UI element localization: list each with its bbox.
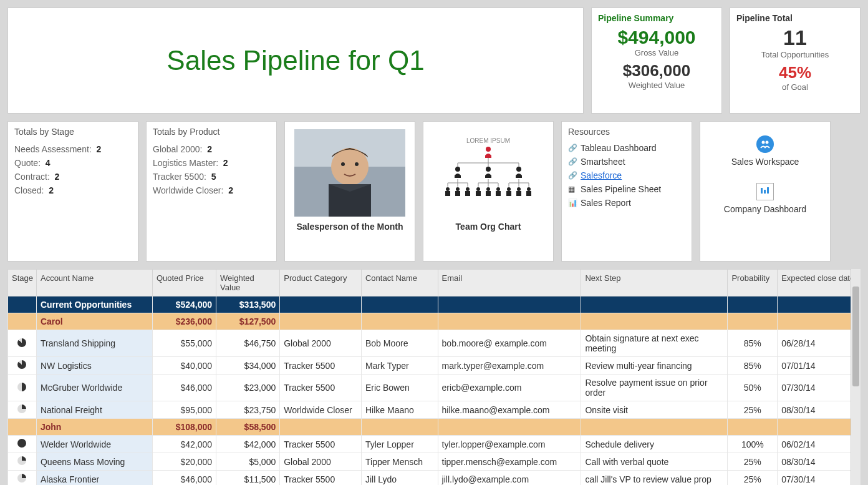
expected-close-date[interactable]: 08/30/14 xyxy=(778,453,861,471)
email[interactable]: bob.moore@ example.com xyxy=(438,330,581,357)
opportunities-table[interactable]: StageAccount NameQuoted PriceWeighted Va… xyxy=(7,269,861,485)
table-row[interactable]: National Freight$95,000$23,750Worldwide … xyxy=(8,401,861,419)
group-row[interactable]: Carol$236,000$127,500 xyxy=(8,313,861,330)
column-header[interactable]: Stage xyxy=(8,270,37,296)
resource-link[interactable]: 🔗Smartsheet xyxy=(568,157,685,167)
product-category[interactable]: Tracker 5500 xyxy=(280,357,362,375)
stage-cell[interactable] xyxy=(8,330,37,357)
group-weighted[interactable]: $127,500 xyxy=(216,313,280,330)
group-weighted[interactable]: $58,500 xyxy=(216,419,280,436)
weighted-value[interactable]: $46,750 xyxy=(216,330,280,357)
contact-name[interactable]: Mark Typer xyxy=(361,357,438,375)
cell[interactable] xyxy=(361,313,438,330)
resource-link[interactable]: 📊Sales Report xyxy=(568,198,685,208)
account-name[interactable]: Queens Mass Moving xyxy=(36,453,152,471)
cell[interactable] xyxy=(8,296,37,313)
column-header[interactable]: Next Step xyxy=(581,270,728,296)
column-header[interactable]: Quoted Price xyxy=(152,270,216,296)
product-category[interactable]: Worldwide Closer xyxy=(280,401,362,419)
next-step[interactable]: call Jill's VP to review value prop xyxy=(581,471,728,486)
probability[interactable]: 85% xyxy=(728,330,778,357)
summary-weighted[interactable]: $313,500 xyxy=(216,296,280,313)
account-name[interactable]: NW Logistics xyxy=(36,357,152,375)
product-category[interactable]: Global 2000 xyxy=(280,453,362,471)
column-header[interactable]: Expected close date xyxy=(778,270,861,296)
weighted-value[interactable]: $42,000 xyxy=(216,436,280,453)
table-row[interactable]: Alaska Frontier$46,000$11,500Tracker 550… xyxy=(8,471,861,486)
cell[interactable] xyxy=(8,313,37,330)
probability[interactable]: 50% xyxy=(728,375,778,401)
group-quoted[interactable]: $236,000 xyxy=(152,313,216,330)
expected-close-date[interactable]: 07/01/14 xyxy=(778,357,861,375)
email[interactable]: jill.lydo@example.com xyxy=(438,471,581,486)
summary-row[interactable]: Current Opportunities$524,000$313,500 xyxy=(8,296,861,313)
cell[interactable] xyxy=(280,313,362,330)
contact-name[interactable]: Tipper Mensch xyxy=(361,453,438,471)
weighted-value[interactable]: $11,500 xyxy=(216,471,280,486)
cell[interactable] xyxy=(728,296,778,313)
probability[interactable]: 85% xyxy=(728,357,778,375)
column-header[interactable]: Account Name xyxy=(36,270,152,296)
resource-link[interactable]: 🔗Salesforce xyxy=(568,170,685,180)
table-row[interactable]: NW Logistics$40,000$34,000Tracker 5500Ma… xyxy=(8,357,861,375)
table-row[interactable]: McGruber Worldwide$46,000$23,000Tracker … xyxy=(8,375,861,401)
company-dashboard-link[interactable]: Company Dashboard xyxy=(706,183,824,214)
probability[interactable]: 100% xyxy=(728,436,778,453)
weighted-value[interactable]: $23,000 xyxy=(216,375,280,401)
contact-name[interactable]: Jill Lydo xyxy=(361,471,438,486)
account-name[interactable]: National Freight xyxy=(36,401,152,419)
account-name[interactable]: Welder Worldwide xyxy=(36,436,152,453)
probability[interactable]: 25% xyxy=(728,471,778,486)
email[interactable]: tipper.mensch@example.com xyxy=(438,453,581,471)
next-step[interactable]: Review multi-year financing xyxy=(581,357,728,375)
probability[interactable]: 25% xyxy=(728,453,778,471)
next-step[interactable]: Resolve payment issue on prior order xyxy=(581,375,728,401)
expected-close-date[interactable]: 06/02/14 xyxy=(778,436,861,453)
cell[interactable] xyxy=(361,296,438,313)
quoted-price[interactable]: $40,000 xyxy=(152,357,216,375)
cell[interactable] xyxy=(778,296,861,313)
contact-name[interactable]: Eric Bowen xyxy=(361,375,438,401)
product-category[interactable]: Global 2000 xyxy=(280,330,362,357)
cell[interactable] xyxy=(438,419,581,436)
resource-link[interactable]: ▦Sales Pipeline Sheet xyxy=(568,184,685,194)
group-name[interactable]: Carol xyxy=(36,313,152,330)
account-name[interactable]: Transland Shipping xyxy=(36,330,152,357)
stage-cell[interactable] xyxy=(8,401,37,419)
group-name[interactable]: John xyxy=(36,419,152,436)
account-name[interactable]: McGruber Worldwide xyxy=(36,375,152,401)
expected-close-date[interactable]: 08/30/14 xyxy=(778,401,861,419)
email[interactable]: hilke.maano@example.com xyxy=(438,401,581,419)
next-step[interactable]: Call with verbal quote xyxy=(581,453,728,471)
contact-name[interactable]: Bob Moore xyxy=(361,330,438,357)
cell[interactable] xyxy=(280,296,362,313)
product-category[interactable]: Tracker 5500 xyxy=(280,471,362,486)
email[interactable]: tyler.lopper@example.com xyxy=(438,436,581,453)
summary-label[interactable]: Current Opportunities xyxy=(36,296,152,313)
email[interactable]: ericb@example.com xyxy=(438,375,581,401)
scrollbar-thumb[interactable] xyxy=(852,287,859,386)
group-quoted[interactable]: $108,000 xyxy=(152,419,216,436)
stage-cell[interactable] xyxy=(8,375,37,401)
email[interactable]: mark.typer@example.com xyxy=(438,357,581,375)
stage-cell[interactable] xyxy=(8,357,37,375)
group-row[interactable]: John$108,000$58,500 xyxy=(8,419,861,436)
expected-close-date[interactable]: 07/30/14 xyxy=(778,375,861,401)
next-step[interactable]: Obtain signature at next exec meeting xyxy=(581,330,728,357)
stage-cell[interactable] xyxy=(8,436,37,453)
expected-close-date[interactable]: 06/28/14 xyxy=(778,330,861,357)
weighted-value[interactable]: $34,000 xyxy=(216,357,280,375)
expected-close-date[interactable]: 07/30/14 xyxy=(778,471,861,486)
salesperson-card[interactable]: Salesperson of the Month xyxy=(284,121,415,262)
cell[interactable] xyxy=(778,313,861,330)
cell[interactable] xyxy=(728,313,778,330)
cell[interactable] xyxy=(728,419,778,436)
sales-workspace-link[interactable]: Sales Workspace xyxy=(706,135,824,167)
cell[interactable] xyxy=(361,419,438,436)
column-header[interactable]: Contact Name xyxy=(361,270,438,296)
product-category[interactable]: Tracker 5500 xyxy=(280,436,362,453)
cell[interactable] xyxy=(280,419,362,436)
account-name[interactable]: Alaska Frontier xyxy=(36,471,152,486)
column-header[interactable]: Weighted Value xyxy=(216,270,280,296)
cell[interactable] xyxy=(438,296,581,313)
